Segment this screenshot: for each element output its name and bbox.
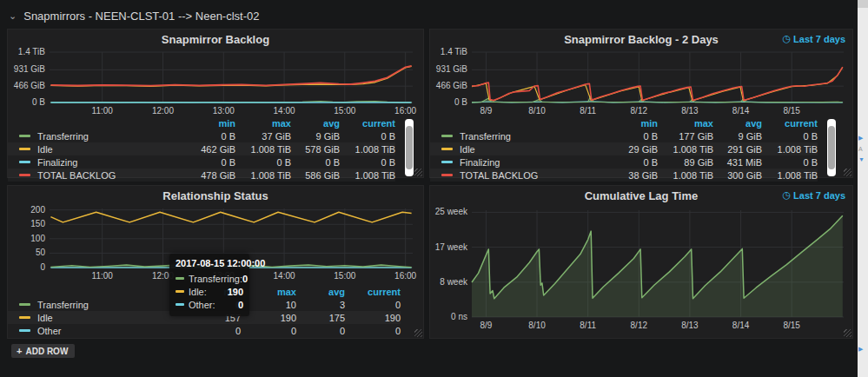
series-color-dash — [19, 329, 30, 332]
legend-header-current[interactable]: current — [345, 287, 401, 297]
time-range-badge[interactable]: ◷ Last 7 days — [782, 33, 845, 44]
scrollbar-thumb[interactable] — [828, 126, 835, 169]
cumulative-lag-chart[interactable]: 0 ns8 week17 week25 week8/98/108/118/128… — [432, 203, 851, 336]
legend-value: 177 GiB — [658, 131, 713, 142]
legend-value: 89 GiB — [658, 157, 713, 168]
legend-header-avg[interactable]: avg — [296, 287, 345, 297]
tooltip-series-label: Transferring: — [189, 274, 242, 284]
legend-value: 1.008 TiB — [658, 144, 713, 155]
legend-header-min[interactable]: min — [187, 118, 235, 129]
svg-text:0: 0 — [40, 262, 45, 272]
legend-value: 0 B — [291, 157, 340, 168]
legend-header-current[interactable]: current — [340, 118, 395, 129]
arrow-down-icon: ▼ — [858, 156, 865, 162]
page-edge-strip: ▶ A ▼ ▶ — [858, 0, 868, 377]
svg-text:14:00: 14:00 — [274, 106, 295, 116]
series-color-dash — [441, 161, 453, 163]
series-toggle-label[interactable]: TOTAL BACKLOG — [37, 170, 116, 181]
svg-text:931 GiB: 931 GiB — [436, 64, 467, 74]
legend-value: 0 B — [187, 157, 235, 168]
svg-text:1.4 TiB: 1.4 TiB — [441, 47, 467, 56]
svg-text:8/12: 8/12 — [631, 106, 648, 116]
legend-row: Transferring0 B177 GiB9 GiB0 B — [430, 129, 818, 142]
resize-handle[interactable] — [844, 329, 851, 337]
legend-scrollbar[interactable] — [827, 119, 836, 176]
svg-text:11:00: 11:00 — [92, 106, 114, 116]
legend-value: 0 — [241, 326, 296, 336]
series-color-dash — [176, 277, 184, 280]
svg-text:14:00: 14:00 — [274, 271, 295, 281]
series-toggle-label[interactable]: Finalizing — [37, 157, 77, 168]
series-color-dash — [19, 161, 30, 163]
legend-header-max[interactable]: max — [235, 118, 291, 129]
tooltip-row: Other:0 — [176, 298, 243, 311]
series-toggle-label[interactable]: Transferring — [460, 131, 511, 142]
legend-row: Finalizing0 B0 B0 B0 B — [8, 155, 395, 169]
panel-cumulative-lag-time: Cumulative Lag Time ◷ Last 7 days 0 ns8 … — [429, 185, 853, 339]
series-color-dash — [441, 148, 453, 150]
series-toggle-label[interactable]: Other — [37, 326, 62, 336]
series-toggle-label[interactable]: Finalizing — [460, 157, 500, 168]
svg-text:8/14: 8/14 — [732, 106, 750, 116]
legend-value: 37 GiB — [235, 131, 291, 142]
svg-text:11:00: 11:00 — [92, 271, 114, 281]
svg-text:8/10: 8/10 — [528, 321, 546, 330]
svg-text:8/11: 8/11 — [580, 321, 596, 330]
svg-text:1.4 TiB: 1.4 TiB — [18, 47, 45, 56]
legend-header-max[interactable]: max — [658, 118, 713, 129]
legend-header-avg[interactable]: avg — [291, 118, 340, 129]
legend-value: 462 GiB — [187, 144, 235, 155]
tooltip-series-value: 0 — [242, 274, 248, 284]
legend-header-min[interactable]: min — [609, 118, 658, 129]
legend-value: 9 GiB — [713, 131, 762, 142]
svg-text:15:00: 15:00 — [334, 106, 355, 116]
panel-title[interactable]: Relationship Status — [8, 186, 423, 203]
legend-scrollbar[interactable] — [405, 119, 414, 176]
svg-text:13:00: 13:00 — [213, 106, 235, 116]
legend-value: 478 GiB — [187, 170, 235, 181]
resize-handle[interactable] — [414, 169, 422, 176]
clock-icon: ◷ — [782, 33, 791, 44]
series-toggle-label[interactable]: Transferring — [37, 300, 89, 310]
series-color-dash — [441, 174, 453, 176]
series-color-dash — [19, 148, 30, 150]
legend-row: Transferring0 B37 GiB9 GiB0 B — [8, 129, 395, 142]
svg-text:8/10: 8/10 — [528, 106, 546, 116]
row-header[interactable]: ⌄ Snapmirrors - NEEN-CLST-01 --> Neen-cl… — [9, 8, 260, 23]
legend-value: 0 B — [762, 131, 818, 142]
legend-value: 300 GiB — [713, 170, 762, 181]
add-row-button[interactable]: + ADD ROW — [11, 344, 75, 358]
legend-value: 1.008 TiB — [762, 170, 818, 181]
backlog-2days-chart[interactable]: 0 B466 GiB931 GiB1.4 TiB8/98/108/118/128… — [432, 47, 851, 116]
series-toggle-label[interactable]: TOTAL BACKLOG — [460, 170, 538, 181]
legend-row: Finalizing0 B89 GiB431 MiB0 B — [430, 155, 818, 169]
series-toggle-label[interactable]: Transferring — [37, 131, 89, 142]
row-title: Snapmirrors - NEEN-CLST-01 --> Neen-clst… — [23, 10, 259, 23]
arrow-right-icon: ▶ — [858, 346, 863, 353]
svg-text:8/11: 8/11 — [580, 106, 596, 116]
legend-header-current[interactable]: current — [762, 118, 818, 129]
series-toggle-label[interactable]: Idle — [37, 313, 53, 323]
svg-text:150: 150 — [30, 219, 45, 228]
legend-value: 0 — [345, 300, 401, 310]
legend-value: 0 — [192, 326, 241, 336]
legend-value: 1.008 TiB — [340, 144, 395, 155]
time-range-badge[interactable]: ◷ Last 7 days — [782, 189, 845, 201]
legend-header-row: minmaxavgcurrent — [430, 116, 818, 129]
series-toggle-label[interactable]: Idle — [37, 144, 53, 155]
series-toggle-label[interactable]: Idle — [460, 144, 475, 155]
scrollbar-thumb[interactable] — [406, 126, 413, 169]
series-color-dash — [441, 135, 453, 137]
backlog-chart[interactable]: 0 B466 GiB931 GiB1.4 TiB11:0012:0013:001… — [10, 47, 420, 116]
panel-title[interactable]: Snapmirror Backlog — [8, 30, 423, 47]
resize-handle[interactable] — [844, 169, 851, 176]
chevron-down-icon[interactable]: ⌄ — [9, 10, 17, 22]
legend-value: 0 B — [187, 131, 235, 142]
edge-text: A — [858, 146, 863, 152]
legend-header-avg[interactable]: avg — [713, 118, 762, 129]
legend-value: 175 — [296, 313, 345, 323]
svg-text:100: 100 — [30, 234, 45, 243]
svg-text:8/9: 8/9 — [480, 321, 492, 330]
resize-handle[interactable] — [414, 329, 422, 337]
svg-text:8/15: 8/15 — [783, 321, 800, 330]
